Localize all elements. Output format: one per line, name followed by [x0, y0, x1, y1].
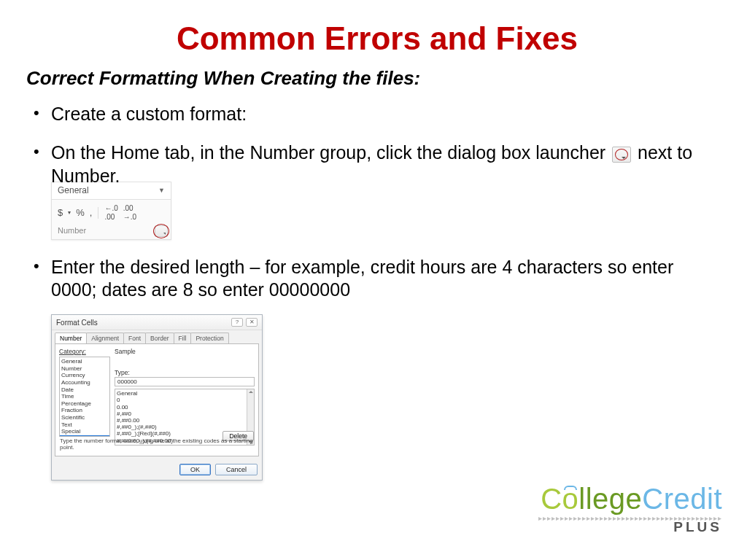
- list-item[interactable]: Number: [61, 365, 109, 373]
- list-item[interactable]: Time: [61, 393, 109, 400]
- ribbon-group-label: Number: [58, 226, 86, 236]
- logo-text: C: [541, 483, 562, 515]
- percent-button[interactable]: %: [76, 207, 85, 219]
- dialog-tabs: Number Alignment Font Border Fill Protec…: [52, 330, 262, 343]
- list-item[interactable]: #,##0_);(#,##0): [117, 424, 252, 430]
- logo-text: Credit: [642, 483, 722, 515]
- list-item[interactable]: #,##0.00: [117, 417, 252, 424]
- sample-box: [115, 356, 255, 366]
- number-format-value: General: [58, 185, 89, 196]
- tab-font[interactable]: Font: [123, 332, 146, 343]
- list-item[interactable]: Text: [61, 421, 109, 429]
- dialog-title: Format Cells: [56, 319, 98, 327]
- tab-fill[interactable]: Fill: [174, 332, 192, 343]
- logo-text: llege: [578, 483, 642, 515]
- grad-cap-icon: [564, 486, 577, 490]
- ribbon-number-group: General ▼ $ ▾ % , ←.0.00 .00→.0 Number: [51, 182, 171, 240]
- currency-button[interactable]: $: [58, 207, 63, 219]
- ok-button[interactable]: OK: [179, 464, 211, 475]
- list-item[interactable]: #,##0: [117, 411, 252, 417]
- list-item[interactable]: Date: [61, 386, 109, 394]
- list-item[interactable]: General: [61, 358, 109, 365]
- bullet-2-text-a: On the Home tab, in the Number group, cl…: [51, 142, 611, 163]
- college-credit-plus-logo: CollegeCredit ▸▸▸▸▸▸▸▸▸▸▸▸▸▸▸▸▸▸▸▸▸▸▸▸▸▸…: [538, 483, 722, 535]
- chevron-down-icon: ▼: [158, 187, 165, 195]
- sample-label: Sample: [115, 348, 255, 355]
- close-icon[interactable]: ✕: [246, 318, 258, 327]
- type-label: Type:: [115, 369, 255, 376]
- format-cells-dialog: Format Cells ? ✕ Number Alignment Font B…: [51, 314, 263, 481]
- slide-subhead: Correct Formatting When Creating the fil…: [26, 67, 703, 90]
- list-item[interactable]: Percentage: [61, 400, 109, 408]
- dialog-launcher-icon: [612, 147, 631, 163]
- list-item[interactable]: Currency: [61, 372, 109, 379]
- chevron-down-icon: ▾: [68, 209, 71, 217]
- list-item[interactable]: Special: [61, 428, 109, 435]
- list-item[interactable]: Accounting: [61, 379, 109, 386]
- dialog-hint: Type the number format code, using one o…: [60, 436, 254, 454]
- decrease-decimal-button[interactable]: .00→.0: [123, 204, 136, 222]
- dialog-launcher-button[interactable]: [155, 225, 168, 237]
- help-icon[interactable]: ?: [231, 318, 243, 327]
- increase-decimal-button[interactable]: ←.0.00: [104, 204, 117, 222]
- separator: [98, 207, 98, 219]
- slide-title: Common Errors and Fixes: [51, 20, 703, 57]
- tab-protection[interactable]: Protection: [190, 332, 228, 343]
- tab-border[interactable]: Border: [145, 332, 174, 343]
- bullet-3: Enter the desired length – for example, …: [51, 256, 703, 302]
- bullet-2: On the Home tab, in the Number group, cl…: [51, 141, 703, 240]
- bullet-1: Create a custom format:: [51, 103, 703, 125]
- list-item[interactable]: 0: [117, 397, 252, 403]
- list-item[interactable]: Scientific: [61, 414, 109, 421]
- type-input[interactable]: 000000: [115, 377, 255, 386]
- cancel-button[interactable]: Cancel: [215, 464, 258, 475]
- list-item[interactable]: General: [117, 390, 252, 397]
- category-label: Category:: [59, 348, 110, 355]
- tab-alignment[interactable]: Alignment: [86, 332, 124, 343]
- tab-number[interactable]: Number: [55, 332, 87, 343]
- list-item[interactable]: 0.00: [117, 404, 252, 411]
- comma-button[interactable]: ,: [90, 207, 93, 219]
- list-item[interactable]: Fraction: [61, 407, 109, 414]
- category-listbox[interactable]: General Number Currency Accounting Date …: [59, 357, 110, 437]
